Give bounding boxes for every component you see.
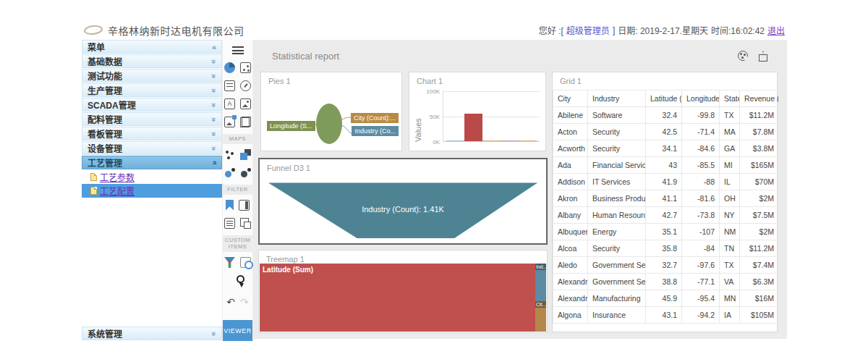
table-row[interactable]: AbileneSoftware32.4-99.8TX$11.2M: [553, 107, 779, 124]
viewer-button[interactable]: VIEWER: [223, 320, 252, 341]
sidebar-subitem-process-config[interactable]: 工艺配置: [82, 184, 222, 198]
table-cell: Algona: [553, 307, 588, 324]
image-widget-icon[interactable]: [240, 98, 251, 109]
column-header[interactable]: City: [553, 90, 588, 107]
column-header[interactable]: Industry: [588, 90, 646, 107]
table-cell: NY: [720, 207, 740, 224]
logout-link[interactable]: 退出: [767, 24, 785, 36]
filter-ribbon-widget-icon[interactable]: [226, 200, 234, 211]
table-cell: Addison: [553, 174, 588, 190]
bar[interactable]: [482, 140, 501, 141]
table-row[interactable]: AddisonIT Services41.9-88IL$70M: [553, 174, 779, 190]
column-header[interactable]: Latitude (...: [646, 90, 682, 107]
hamburger-menu-icon[interactable]: [232, 46, 244, 54]
sidebar-item-production-mgmt[interactable]: 生产管理 »: [82, 83, 222, 97]
table-cell: Security: [588, 124, 646, 140]
bubble-map-widget-icon[interactable]: [224, 167, 235, 178]
pie-slice[interactable]: [316, 104, 342, 144]
theme-palette-icon[interactable]: [738, 51, 748, 61]
filter-panel-widget-icon[interactable]: [239, 200, 250, 211]
sidebar-item-equipment-mgmt[interactable]: 设备管理 »: [82, 141, 222, 155]
sidebar-title[interactable]: 菜单 «: [82, 40, 222, 54]
table-cell: IL: [720, 174, 740, 190]
table-cell: 32.4: [646, 107, 682, 124]
table-cell: Alcoa: [553, 240, 588, 257]
pie-label-city: City (Count):...: [351, 113, 399, 123]
dot-map-widget-icon[interactable]: [224, 149, 235, 160]
pie-chart-widget-icon[interactable]: [224, 62, 235, 73]
table-row[interactable]: AledoGovernment Servi...32.7-97.6TX$7.4M: [553, 257, 779, 274]
bar[interactable]: [519, 140, 537, 141]
table-cell: Albany: [553, 207, 588, 224]
windows-widget-icon[interactable]: [240, 218, 251, 229]
table-row[interactable]: AlcoaSecurity35.8-84TN$11.2M: [553, 240, 779, 257]
table-row[interactable]: AlexandriaGovernment Servi...38.8-77.1VA…: [553, 274, 779, 290]
collapse-icon[interactable]: «: [212, 43, 216, 51]
table-cell: -88: [682, 174, 720, 190]
table-row[interactable]: AdaFinancial Services43-85.5MI$165M: [553, 157, 779, 174]
table-cell: Manufacturing: [588, 290, 646, 307]
column-header[interactable]: Revenue (...: [740, 90, 779, 107]
table-row[interactable]: AlgonaInsurance43.1-94.2IA$105M: [553, 307, 779, 324]
card-widget-icon[interactable]: [224, 80, 235, 91]
custom-items-section-label: CUSTOM ITEMS: [223, 235, 252, 253]
layers-widget-icon[interactable]: [240, 117, 251, 127]
table-cell: Acton: [553, 124, 588, 140]
export-share-icon[interactable]: [758, 51, 768, 62]
shape-map-widget-icon[interactable]: [240, 149, 251, 160]
text-widget-icon[interactable]: [224, 98, 235, 109]
redo-icon[interactable]: ↷: [240, 297, 249, 307]
table-cell: Abilene: [553, 107, 588, 124]
report-header: Statistical report: [253, 40, 787, 72]
list-widget-icon[interactable]: [224, 218, 235, 229]
table-row[interactable]: AlbanyHuman Resources42.7-73.8NY$7.5M: [553, 207, 779, 224]
scatter-chart-widget-icon[interactable]: [240, 62, 251, 73]
table-row[interactable]: ActonSecurity42.5-71.4MA$7.8M: [553, 124, 779, 140]
sidebar-item-ingredients-mgmt[interactable]: 配料管理 »: [82, 112, 222, 126]
table-row[interactable]: AlexandriaManufacturing45.9-95.4MN$16M: [553, 290, 779, 307]
table-row[interactable]: AcworthSecurity34.1-84.6GA$3.8M: [553, 140, 779, 157]
sidebar-item-basic-data[interactable]: 基础数据 »: [82, 54, 222, 68]
table-cell: $2M: [740, 190, 779, 207]
grid-table-header-row: CityIndustryLatitude (...Longitude (...S…: [553, 90, 779, 107]
funnel-widget-icon[interactable]: [224, 257, 235, 268]
sidebar-item-kanban-mgmt[interactable]: 看板管理 »: [82, 127, 222, 140]
sidebar-item-scada-mgmt[interactable]: SCADA管理 »: [82, 98, 222, 111]
maps-section-label: MAPS: [223, 134, 252, 144]
column-header[interactable]: State: [720, 90, 740, 107]
table-cell: 41.1: [646, 190, 682, 207]
table-row[interactable]: AkronBusiness Products ...41.1-81.6OH$2M: [553, 190, 779, 207]
treemap-block-industry[interactable]: Ind...: [535, 264, 546, 301]
funnel-panel-selected[interactable]: Funnel D3 1 Industry (Count): 1.41K: [258, 158, 548, 245]
table-row[interactable]: Albuquer...Energy35.1-107NM$2M: [553, 224, 779, 240]
image-badge-widget-icon[interactable]: [224, 117, 235, 127]
treemap-panel[interactable]: Treemap 1 Latitude (Sum) Ind... Cit...: [258, 250, 548, 333]
bar[interactable]: [446, 140, 464, 141]
table-cell: VA: [720, 274, 740, 290]
bar[interactable]: [501, 140, 519, 141]
grid-panel[interactable]: Grid 1 CityIndustryLatitude (...Longitud…: [552, 72, 778, 332]
chevron-down-icon: »: [210, 102, 218, 106]
cluster-map-widget-icon[interactable]: [240, 167, 251, 178]
pies-panel[interactable]: Pies 1 Longitude (S... City (Count):... …: [260, 72, 402, 151]
sidebar-subitem-process-params[interactable]: 工艺参数: [82, 170, 222, 184]
app-window: 辛格林纳新时达电机有限公司 您好 :[ 超级管理员 ] 日期: 2019-2-1…: [0, 0, 868, 362]
bar[interactable]: [464, 114, 482, 141]
refresh-document-widget-icon[interactable]: [240, 257, 251, 268]
location-pin-widget-icon[interactable]: [237, 275, 244, 283]
sidebar-item-process-mgmt[interactable]: 工艺管理 »: [82, 156, 222, 169]
treemap-block-latitude[interactable]: Latitude (Sum): [260, 264, 535, 332]
column-header[interactable]: Longitude (...: [682, 90, 720, 107]
table-cell: 43: [646, 157, 682, 174]
bar-chart-panel[interactable]: Chart 1 Values 100K 50K 0K: [409, 72, 546, 151]
undo-icon[interactable]: ↶: [226, 297, 235, 307]
user-role-link[interactable]: 超级管理员: [566, 24, 610, 36]
table-cell: Albuquer...: [553, 224, 588, 240]
table-cell: MN: [720, 290, 740, 307]
gauge-widget-icon[interactable]: [240, 80, 251, 91]
table-cell: Insurance: [588, 307, 646, 324]
chevron-down-icon: »: [210, 131, 218, 135]
sidebar-item-system-mgmt[interactable]: 系统管理 »: [82, 327, 222, 340]
sidebar-item-test-functions[interactable]: 测试功能 »: [82, 69, 222, 83]
treemap-block-city[interactable]: Cit...: [535, 301, 546, 332]
